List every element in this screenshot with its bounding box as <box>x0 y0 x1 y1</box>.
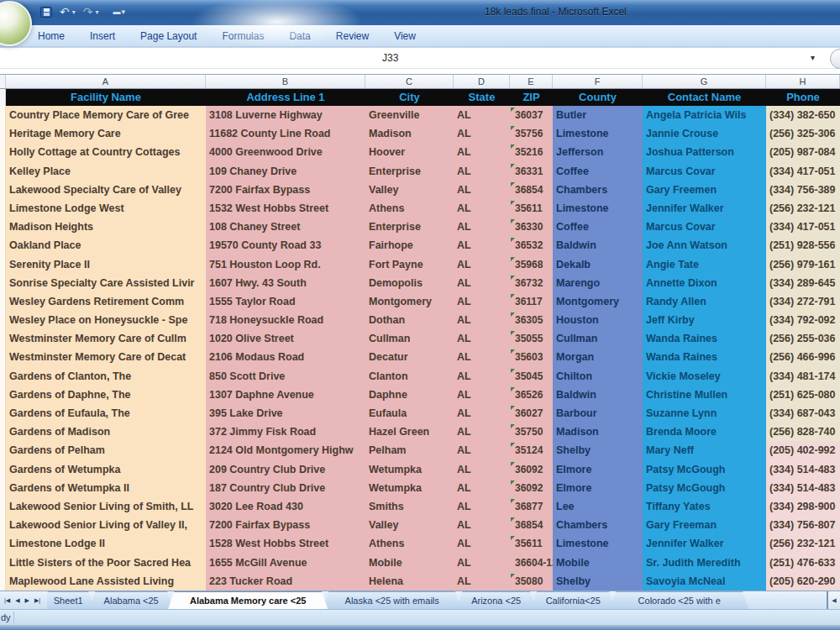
cell-county[interactable]: Chilton <box>553 367 643 386</box>
ribbon-tab-home[interactable]: Home <box>25 28 77 45</box>
formula-bar-expand-icon[interactable] <box>830 49 840 69</box>
last-sheet-icon[interactable]: ▶| <box>33 596 42 606</box>
cell-state[interactable]: AL <box>454 572 510 591</box>
cell-phone[interactable]: (251) 476-633 <box>766 554 840 572</box>
cell-state[interactable]: AL <box>454 162 510 181</box>
cell-address[interactable]: 1307 Daphne Avenue <box>206 386 365 404</box>
redo-icon[interactable]: ↷ <box>83 3 93 20</box>
cell-city[interactable]: Greenville <box>365 106 454 124</box>
cell-state[interactable]: AL <box>454 143 510 161</box>
cell-county[interactable]: Barbour <box>553 404 643 423</box>
cell-contact[interactable]: Randy Allen <box>643 292 766 311</box>
cell-county[interactable]: Madison <box>553 423 643 441</box>
cell-facility[interactable]: Country Place Memory Care of Gree <box>6 106 206 124</box>
name-box-dropdown-icon[interactable]: ▾ <box>811 53 815 62</box>
name-box[interactable]: J33 <box>382 52 398 64</box>
cell-city[interactable]: Madison <box>365 124 454 143</box>
cell-county[interactable]: Shelby <box>553 572 643 591</box>
cell-zip[interactable]: 35611 <box>510 199 553 218</box>
cell-county[interactable]: Jefferson <box>553 143 643 161</box>
cell-city[interactable]: Fort Payne <box>365 255 454 274</box>
sheet-tab-alabama-memory-care-25[interactable]: Alabama Memory care <25 <box>168 591 328 609</box>
redo-dropdown-icon[interactable]: ▾ <box>95 8 98 16</box>
cell-state[interactable]: AL <box>454 423 510 441</box>
table-header-contact-name[interactable]: Contact Name <box>643 89 766 106</box>
cell-county[interactable]: Baldwin <box>553 236 643 255</box>
cell-phone[interactable]: (334) 756-389 <box>766 181 840 199</box>
table-header-phone[interactable]: Phone <box>766 89 840 106</box>
cell-phone[interactable]: (334) 298-900 <box>766 497 840 516</box>
cell-zip[interactable]: 36854 <box>510 181 553 199</box>
sheet-tab-california-25[interactable]: California<25 <box>531 591 615 609</box>
cell-contact[interactable]: Marcus Covar <box>643 218 766 236</box>
cell-city[interactable]: Wetumpka <box>365 479 454 497</box>
next-sheet-icon[interactable]: ▶ <box>24 596 31 606</box>
cell-facility[interactable]: Gardens of Eufaula, The <box>6 404 206 423</box>
cell-zip[interactable]: 35756 <box>510 124 553 143</box>
column-header-d[interactable]: D <box>454 75 510 88</box>
cell-city[interactable]: Eufaula <box>365 404 454 423</box>
cell-state[interactable]: AL <box>454 479 510 497</box>
cell-state[interactable]: AL <box>454 329 510 348</box>
cell-contact[interactable]: Sr. Judith Meredith <box>643 554 766 572</box>
cell-county[interactable]: Chambers <box>553 181 643 199</box>
cell-contact[interactable]: Wanda Raines <box>643 329 766 348</box>
column-header-h[interactable]: H <box>766 75 840 88</box>
cell-zip[interactable]: 36092 <box>510 479 553 497</box>
cell-phone[interactable]: (334) 272-791 <box>766 292 840 311</box>
cell-contact[interactable]: Jannie Crouse <box>643 124 766 143</box>
cell-phone[interactable]: (256) 466-996 <box>766 348 840 366</box>
cell-city[interactable]: Clanton <box>365 367 454 386</box>
cell-address[interactable]: 108 Chaney Street <box>206 218 365 236</box>
column-header-e[interactable]: E <box>510 75 553 88</box>
cell-address[interactable]: 3020 Lee Road 430 <box>206 497 365 516</box>
cell-state[interactable]: AL <box>454 367 510 386</box>
column-header-c[interactable]: C <box>365 75 454 88</box>
cell-facility[interactable]: Lakewood Senior Living of Smith, LL <box>6 497 206 516</box>
cell-zip[interactable]: 35603 <box>510 348 553 366</box>
ribbon-tab-insert[interactable]: Insert <box>77 28 128 45</box>
cell-zip[interactable]: 36330 <box>510 218 553 236</box>
sheet-tab-sheet1[interactable]: Sheet1 <box>47 591 94 609</box>
cell-zip[interactable]: 36305 <box>510 311 553 329</box>
cell-contact[interactable]: Vickie Moseley <box>643 367 766 386</box>
cell-phone[interactable]: (334) 289-645 <box>766 274 840 292</box>
cell-address[interactable]: 7200 Fairfax Bypass <box>206 516 365 534</box>
cell-state[interactable]: AL <box>454 199 510 218</box>
cell-address[interactable]: 109 Chaney Drive <box>206 162 365 181</box>
cell-county[interactable]: Limestone <box>553 534 643 553</box>
save-icon[interactable] <box>40 7 52 18</box>
cell-state[interactable]: AL <box>454 460 510 479</box>
cell-phone[interactable]: (334) 417-051 <box>766 162 840 181</box>
sheet-tab-arizona-25[interactable]: Arizona <25 <box>456 591 536 609</box>
cell-zip[interactable]: 35750 <box>510 423 553 441</box>
cell-state[interactable]: AL <box>454 534 510 553</box>
cell-facility[interactable]: Gardens of Daphne, The <box>6 386 206 404</box>
cell-address[interactable]: 2106 Modaus Road <box>206 348 365 366</box>
cell-city[interactable]: Daphne <box>365 386 454 404</box>
cell-city[interactable]: Hazel Green <box>365 423 454 441</box>
cell-address[interactable]: 209 Country Club Drive <box>206 460 365 479</box>
cell-zip[interactable]: 35045 <box>510 367 553 386</box>
sheet-tab-alabama-25[interactable]: Alabama <25 <box>89 591 173 609</box>
cell-phone[interactable]: (251) 928-556 <box>766 236 840 255</box>
cell-zip[interactable]: 35124 <box>510 441 553 459</box>
cell-facility[interactable]: Holly Cottage at Country Cottages <box>6 143 206 161</box>
cell-contact[interactable]: Joe Ann Watson <box>643 236 766 255</box>
cell-county[interactable]: Marengo <box>553 274 643 292</box>
cell-city[interactable]: Athens <box>365 534 454 553</box>
cell-zip[interactable]: 36877 <box>510 497 553 516</box>
table-header-address-line-1[interactable]: Address Line 1 <box>206 89 365 106</box>
cell-facility[interactable]: Oakland Place <box>6 236 206 255</box>
cell-contact[interactable]: Wanda Raines <box>643 348 766 366</box>
cell-contact[interactable]: Patsy McGough <box>643 460 766 479</box>
cell-address[interactable]: 3108 Luverne Highway <box>206 106 365 124</box>
cell-state[interactable]: AL <box>454 516 510 534</box>
cell-phone[interactable]: (256) 325-306 <box>766 124 840 143</box>
cell-facility[interactable]: Heritage Memory Care <box>6 124 206 143</box>
cell-contact[interactable]: Savoyia McNeal <box>643 572 766 591</box>
cell-county[interactable]: Lee <box>553 497 643 516</box>
cell-city[interactable]: Enterprise <box>365 218 454 236</box>
cell-state[interactable]: AL <box>454 255 510 274</box>
ribbon-tab-data[interactable]: Data <box>276 28 323 45</box>
